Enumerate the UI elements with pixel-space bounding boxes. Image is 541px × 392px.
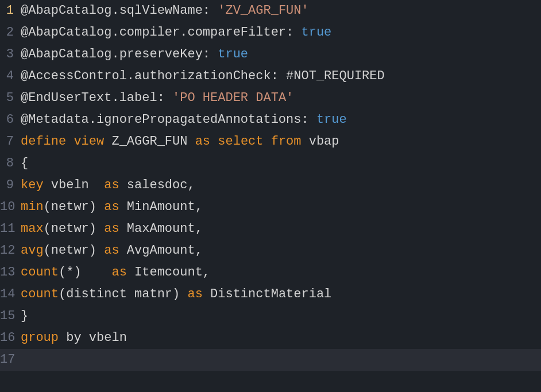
line-number: 7 [0, 131, 21, 153]
line-content: group by vbeln [21, 327, 536, 349]
line-number: 2 [0, 22, 21, 44]
line-content: @AbapCatalog.compiler.compareFilter: tru… [21, 22, 536, 44]
line-content: @AbapCatalog.preserveKey: true [21, 44, 536, 65]
code-line: 2@AbapCatalog.compiler.compareFilter: tr… [0, 22, 541, 44]
code-line: 11max(netwr) as MaxAmount, [0, 218, 541, 240]
line-content: @AccessControl.authorizationCheck: #NOT_… [21, 65, 536, 87]
line-number: 8 [0, 153, 21, 174]
line-number: 4 [0, 65, 21, 87]
code-line: 4@AccessControl.authorizationCheck: #NOT… [0, 65, 541, 87]
line-content: @Metadata.ignorePropagatedAnnotations: t… [21, 109, 536, 131]
line-content: count(*) as Itemcount, [21, 262, 536, 284]
code-editor: 1@AbapCatalog.sqlViewName: 'ZV_AGR_FUN'2… [0, 0, 541, 392]
line-number: 17 [0, 349, 21, 371]
code-line: 9key vbeln as salesdoc, [0, 174, 541, 196]
code-line: 5@EndUserText.label: 'PO HEADER DATA' [0, 87, 541, 109]
code-line: 14count(distinct matnr) as DistinctMater… [0, 284, 541, 305]
line-number: 14 [0, 284, 21, 305]
code-line: 7define view Z_AGGR_FUN as select from v… [0, 131, 541, 153]
line-content: { [21, 153, 536, 174]
code-line: 3@AbapCatalog.preserveKey: true [0, 44, 541, 65]
code-line: 16group by vbeln [0, 327, 541, 349]
line-number: 6 [0, 109, 21, 131]
code-line: 13count(*) as Itemcount, [0, 262, 541, 284]
code-line: 6@Metadata.ignorePropagatedAnnotations: … [0, 109, 541, 131]
code-line: 12avg(netwr) as AvgAmount, [0, 240, 541, 262]
line-number: 11 [0, 218, 21, 240]
line-number: 1 [0, 0, 21, 22]
line-content: min(netwr) as MinAmount, [21, 196, 536, 218]
code-line: 17 [0, 349, 541, 371]
line-content: @EndUserText.label: 'PO HEADER DATA' [21, 87, 536, 109]
line-number: 3 [0, 44, 21, 65]
code-line: 8{ [0, 153, 541, 174]
line-number: 5 [0, 87, 21, 109]
code-line: 1@AbapCatalog.sqlViewName: 'ZV_AGR_FUN' [0, 0, 541, 22]
line-content: key vbeln as salesdoc, [21, 174, 536, 196]
line-number: 9 [0, 174, 21, 196]
line-number: 12 [0, 240, 21, 262]
line-content: count(distinct matnr) as DistinctMateria… [21, 284, 536, 305]
line-content: max(netwr) as MaxAmount, [21, 218, 536, 240]
line-number: 10 [0, 196, 21, 218]
line-content: } [21, 305, 536, 327]
line-number: 16 [0, 327, 21, 349]
line-content: define view Z_AGGR_FUN as select from vb… [21, 131, 536, 153]
code-line: 15} [0, 305, 541, 327]
line-number: 13 [0, 262, 21, 284]
line-number: 15 [0, 305, 21, 327]
code-line: 10min(netwr) as MinAmount, [0, 196, 541, 218]
line-content: @AbapCatalog.sqlViewName: 'ZV_AGR_FUN' [21, 0, 536, 22]
line-content: avg(netwr) as AvgAmount, [21, 240, 536, 262]
